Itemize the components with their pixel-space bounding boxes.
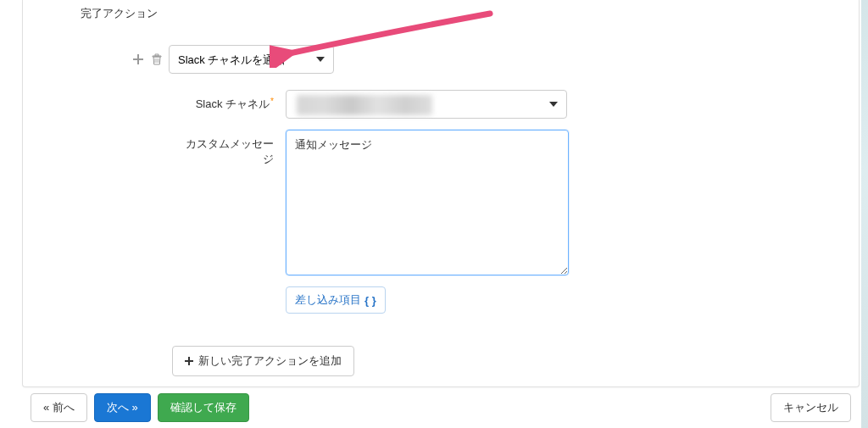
wizard-footer: « 前へ 次へ » 確認して保存 キャンセル bbox=[22, 387, 860, 428]
slack-channel-select[interactable] bbox=[286, 90, 567, 119]
merge-fields-button[interactable]: 差し込み項目 { } bbox=[286, 286, 386, 314]
custom-message-textarea[interactable] bbox=[286, 130, 569, 275]
custom-message-row: カスタムメッセージ 差し込み項目 { } bbox=[184, 130, 569, 314]
confirm-save-button[interactable]: 確認して保存 bbox=[158, 393, 249, 422]
next-button[interactable]: 次へ » bbox=[94, 393, 151, 422]
action-type-select[interactable]: Slack チャネルを通知 bbox=[169, 45, 334, 74]
merge-fields-label: 差し込み項目 bbox=[295, 292, 361, 308]
completion-action-card: 完了アクション Slack チャネルを通知 Slack チャネル* カスタムメッ… bbox=[22, 0, 860, 387]
custom-message-col: 差し込み項目 { } bbox=[286, 130, 569, 314]
add-completion-action-button[interactable]: 新しい完了アクションを追加 bbox=[172, 346, 354, 376]
cancel-button[interactable]: キャンセル bbox=[771, 393, 851, 422]
right-edge-decoration bbox=[861, 0, 868, 428]
braces-icon: { } bbox=[364, 294, 376, 307]
required-mark: * bbox=[270, 97, 274, 106]
trash-icon[interactable] bbox=[150, 53, 164, 66]
slack-channel-row: Slack チャネル* bbox=[184, 90, 567, 119]
section-title: 完了アクション bbox=[81, 6, 158, 21]
plus-icon bbox=[185, 357, 193, 365]
prev-button[interactable]: « 前へ bbox=[31, 393, 87, 422]
action-type-row: Slack チャネルを通知 bbox=[131, 45, 334, 74]
slack-channel-label: Slack チャネル* bbox=[184, 90, 286, 112]
add-completion-action-label: 新しい完了アクションを追加 bbox=[198, 353, 342, 369]
plus-icon[interactable] bbox=[131, 53, 145, 66]
custom-message-label: カスタムメッセージ bbox=[184, 130, 286, 167]
